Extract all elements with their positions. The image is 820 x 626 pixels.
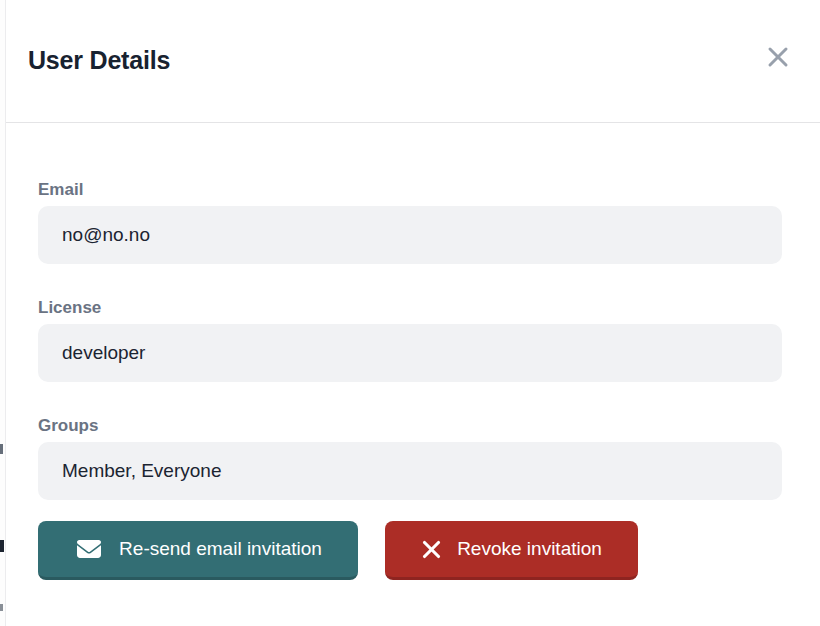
- groups-label: Groups: [38, 415, 782, 437]
- modal-title: User Details: [28, 46, 170, 75]
- modal-left-edge: [5, 0, 6, 626]
- modal-body: Email License Groups Re-send email invit…: [0, 179, 820, 580]
- license-label: License: [38, 297, 782, 319]
- close-x-icon: [766, 45, 790, 69]
- user-details-modal: User Details Email License Groups: [0, 0, 820, 626]
- email-label: Email: [38, 179, 782, 201]
- close-button[interactable]: [765, 44, 791, 70]
- envelope-icon: [74, 537, 104, 561]
- screen: User Details Email License Groups: [0, 0, 820, 626]
- button-row: Re-send email invitation Revoke invitati…: [38, 521, 782, 580]
- license-field[interactable]: [38, 324, 782, 382]
- groups-field[interactable]: [38, 442, 782, 500]
- resend-invitation-label: Re-send email invitation: [119, 538, 322, 560]
- revoke-invitation-button[interactable]: Revoke invitation: [385, 521, 638, 580]
- backdrop-text-fragment: [0, 444, 3, 454]
- backdrop-text-fragment: [0, 604, 3, 611]
- x-icon: [421, 539, 442, 560]
- backdrop-text-fragment: [0, 540, 4, 552]
- resend-invitation-button[interactable]: Re-send email invitation: [38, 521, 358, 580]
- revoke-invitation-label: Revoke invitation: [457, 538, 602, 560]
- modal-header: User Details: [0, 0, 820, 123]
- email-field[interactable]: [38, 206, 782, 264]
